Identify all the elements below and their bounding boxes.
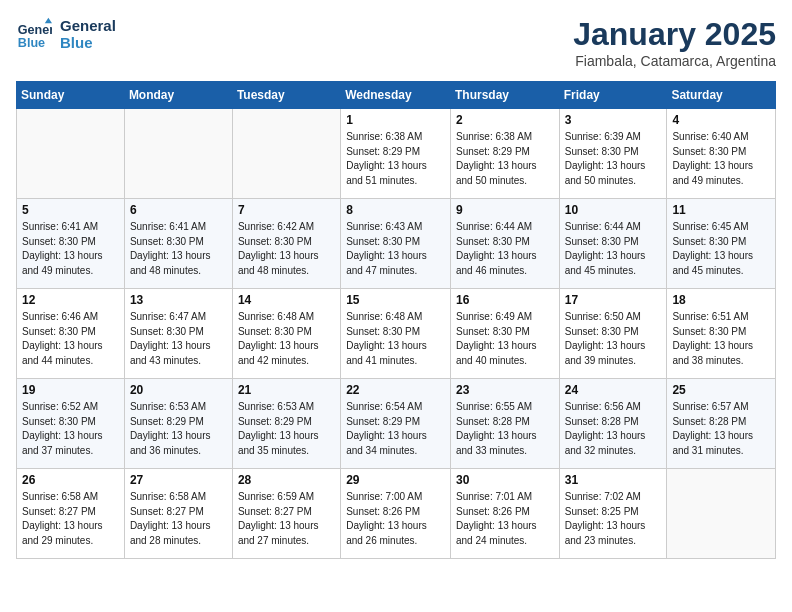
col-thursday: Thursday: [450, 82, 559, 109]
day-number: 15: [346, 293, 445, 307]
table-row: 2 Sunrise: 6:38 AMSunset: 8:29 PMDayligh…: [450, 109, 559, 199]
table-row: 14 Sunrise: 6:48 AMSunset: 8:30 PMDaylig…: [232, 289, 340, 379]
table-row: 17 Sunrise: 6:50 AMSunset: 8:30 PMDaylig…: [559, 289, 667, 379]
day-info: Sunrise: 6:58 AMSunset: 8:27 PMDaylight:…: [22, 490, 119, 548]
day-number: 2: [456, 113, 554, 127]
table-row: 23 Sunrise: 6:55 AMSunset: 8:28 PMDaylig…: [450, 379, 559, 469]
table-row: [232, 109, 340, 199]
table-row: [667, 469, 776, 559]
day-number: 4: [672, 113, 770, 127]
day-info: Sunrise: 6:45 AMSunset: 8:30 PMDaylight:…: [672, 220, 770, 278]
table-row: 29 Sunrise: 7:00 AMSunset: 8:26 PMDaylig…: [341, 469, 451, 559]
page-header: General Blue General Blue January 2025 F…: [16, 16, 776, 69]
table-row: 8 Sunrise: 6:43 AMSunset: 8:30 PMDayligh…: [341, 199, 451, 289]
table-row: 19 Sunrise: 6:52 AMSunset: 8:30 PMDaylig…: [17, 379, 125, 469]
day-info: Sunrise: 6:42 AMSunset: 8:30 PMDaylight:…: [238, 220, 335, 278]
logo-icon: General Blue: [16, 16, 52, 52]
table-row: 31 Sunrise: 7:02 AMSunset: 8:25 PMDaylig…: [559, 469, 667, 559]
table-row: 22 Sunrise: 6:54 AMSunset: 8:29 PMDaylig…: [341, 379, 451, 469]
table-row: 16 Sunrise: 6:49 AMSunset: 8:30 PMDaylig…: [450, 289, 559, 379]
day-info: Sunrise: 6:38 AMSunset: 8:29 PMDaylight:…: [346, 130, 445, 188]
day-info: Sunrise: 6:48 AMSunset: 8:30 PMDaylight:…: [346, 310, 445, 368]
table-row: 20 Sunrise: 6:53 AMSunset: 8:29 PMDaylig…: [124, 379, 232, 469]
day-info: Sunrise: 6:44 AMSunset: 8:30 PMDaylight:…: [456, 220, 554, 278]
day-info: Sunrise: 6:56 AMSunset: 8:28 PMDaylight:…: [565, 400, 662, 458]
svg-marker-2: [45, 18, 52, 23]
day-number: 29: [346, 473, 445, 487]
day-number: 12: [22, 293, 119, 307]
day-number: 5: [22, 203, 119, 217]
day-info: Sunrise: 6:43 AMSunset: 8:30 PMDaylight:…: [346, 220, 445, 278]
day-number: 22: [346, 383, 445, 397]
day-info: Sunrise: 6:59 AMSunset: 8:27 PMDaylight:…: [238, 490, 335, 548]
day-info: Sunrise: 6:41 AMSunset: 8:30 PMDaylight:…: [130, 220, 227, 278]
day-number: 26: [22, 473, 119, 487]
calendar-table: Sunday Monday Tuesday Wednesday Thursday…: [16, 81, 776, 559]
day-info: Sunrise: 6:47 AMSunset: 8:30 PMDaylight:…: [130, 310, 227, 368]
day-number: 8: [346, 203, 445, 217]
day-number: 7: [238, 203, 335, 217]
week-row-1: 5 Sunrise: 6:41 AMSunset: 8:30 PMDayligh…: [17, 199, 776, 289]
day-info: Sunrise: 6:50 AMSunset: 8:30 PMDaylight:…: [565, 310, 662, 368]
week-row-4: 26 Sunrise: 6:58 AMSunset: 8:27 PMDaylig…: [17, 469, 776, 559]
table-row: 27 Sunrise: 6:58 AMSunset: 8:27 PMDaylig…: [124, 469, 232, 559]
day-info: Sunrise: 6:41 AMSunset: 8:30 PMDaylight:…: [22, 220, 119, 278]
day-info: Sunrise: 6:51 AMSunset: 8:30 PMDaylight:…: [672, 310, 770, 368]
table-row: 5 Sunrise: 6:41 AMSunset: 8:30 PMDayligh…: [17, 199, 125, 289]
header-row: Sunday Monday Tuesday Wednesday Thursday…: [17, 82, 776, 109]
logo: General Blue General Blue: [16, 16, 116, 52]
calendar-header: Sunday Monday Tuesday Wednesday Thursday…: [17, 82, 776, 109]
table-row: 1 Sunrise: 6:38 AMSunset: 8:29 PMDayligh…: [341, 109, 451, 199]
day-info: Sunrise: 6:46 AMSunset: 8:30 PMDaylight:…: [22, 310, 119, 368]
week-row-2: 12 Sunrise: 6:46 AMSunset: 8:30 PMDaylig…: [17, 289, 776, 379]
day-info: Sunrise: 6:53 AMSunset: 8:29 PMDaylight:…: [238, 400, 335, 458]
day-info: Sunrise: 6:54 AMSunset: 8:29 PMDaylight:…: [346, 400, 445, 458]
logo-line1: General: [60, 17, 116, 34]
day-number: 25: [672, 383, 770, 397]
table-row: 4 Sunrise: 6:40 AMSunset: 8:30 PMDayligh…: [667, 109, 776, 199]
day-number: 21: [238, 383, 335, 397]
table-row: [17, 109, 125, 199]
col-sunday: Sunday: [17, 82, 125, 109]
day-info: Sunrise: 7:00 AMSunset: 8:26 PMDaylight:…: [346, 490, 445, 548]
table-row: 18 Sunrise: 6:51 AMSunset: 8:30 PMDaylig…: [667, 289, 776, 379]
day-number: 6: [130, 203, 227, 217]
day-number: 24: [565, 383, 662, 397]
day-number: 23: [456, 383, 554, 397]
table-row: 11 Sunrise: 6:45 AMSunset: 8:30 PMDaylig…: [667, 199, 776, 289]
table-row: 15 Sunrise: 6:48 AMSunset: 8:30 PMDaylig…: [341, 289, 451, 379]
day-number: 17: [565, 293, 662, 307]
day-info: Sunrise: 6:55 AMSunset: 8:28 PMDaylight:…: [456, 400, 554, 458]
svg-text:Blue: Blue: [18, 36, 45, 50]
day-number: 19: [22, 383, 119, 397]
day-info: Sunrise: 6:49 AMSunset: 8:30 PMDaylight:…: [456, 310, 554, 368]
col-saturday: Saturday: [667, 82, 776, 109]
title-block: January 2025 Fiambala, Catamarca, Argent…: [573, 16, 776, 69]
day-info: Sunrise: 6:48 AMSunset: 8:30 PMDaylight:…: [238, 310, 335, 368]
day-number: 20: [130, 383, 227, 397]
col-friday: Friday: [559, 82, 667, 109]
table-row: 25 Sunrise: 6:57 AMSunset: 8:28 PMDaylig…: [667, 379, 776, 469]
day-info: Sunrise: 6:40 AMSunset: 8:30 PMDaylight:…: [672, 130, 770, 188]
table-row: 13 Sunrise: 6:47 AMSunset: 8:30 PMDaylig…: [124, 289, 232, 379]
location-title: Fiambala, Catamarca, Argentina: [573, 53, 776, 69]
day-info: Sunrise: 6:52 AMSunset: 8:30 PMDaylight:…: [22, 400, 119, 458]
day-number: 27: [130, 473, 227, 487]
day-number: 16: [456, 293, 554, 307]
table-row: 24 Sunrise: 6:56 AMSunset: 8:28 PMDaylig…: [559, 379, 667, 469]
table-row: 9 Sunrise: 6:44 AMSunset: 8:30 PMDayligh…: [450, 199, 559, 289]
day-info: Sunrise: 6:38 AMSunset: 8:29 PMDaylight:…: [456, 130, 554, 188]
day-number: 18: [672, 293, 770, 307]
day-number: 3: [565, 113, 662, 127]
table-row: 21 Sunrise: 6:53 AMSunset: 8:29 PMDaylig…: [232, 379, 340, 469]
day-number: 30: [456, 473, 554, 487]
day-number: 13: [130, 293, 227, 307]
day-info: Sunrise: 6:44 AMSunset: 8:30 PMDaylight:…: [565, 220, 662, 278]
table-row: 7 Sunrise: 6:42 AMSunset: 8:30 PMDayligh…: [232, 199, 340, 289]
day-info: Sunrise: 6:57 AMSunset: 8:28 PMDaylight:…: [672, 400, 770, 458]
month-title: January 2025: [573, 16, 776, 53]
calendar-body: 1 Sunrise: 6:38 AMSunset: 8:29 PMDayligh…: [17, 109, 776, 559]
table-row: 6 Sunrise: 6:41 AMSunset: 8:30 PMDayligh…: [124, 199, 232, 289]
table-row: 3 Sunrise: 6:39 AMSunset: 8:30 PMDayligh…: [559, 109, 667, 199]
table-row: 26 Sunrise: 6:58 AMSunset: 8:27 PMDaylig…: [17, 469, 125, 559]
